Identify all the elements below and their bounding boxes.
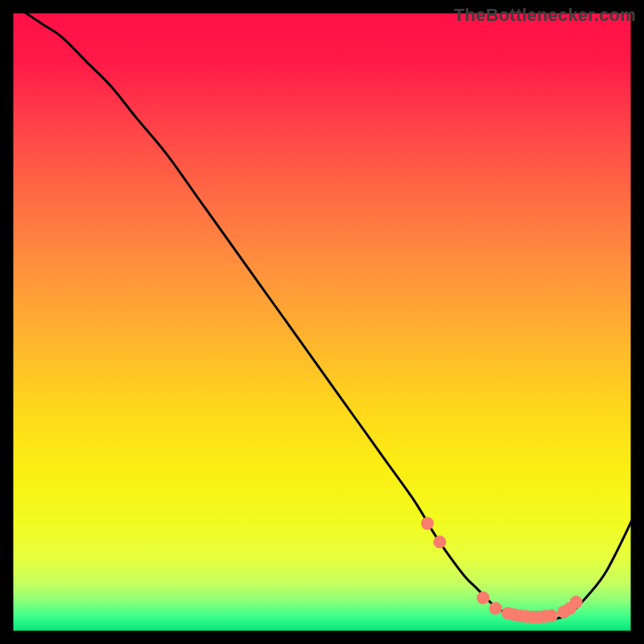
marker-point [570,596,583,609]
marker-point [545,609,558,622]
watermark-text: TheBottlenecker.com [454,5,636,26]
marker-point [433,535,446,548]
marker-point [489,602,502,615]
marker-point [421,517,434,530]
marker-point [477,592,489,605]
bottleneck-chart: TheBottlenecker.com [0,0,644,644]
chart-svg [0,0,644,644]
gradient-background [12,12,632,632]
